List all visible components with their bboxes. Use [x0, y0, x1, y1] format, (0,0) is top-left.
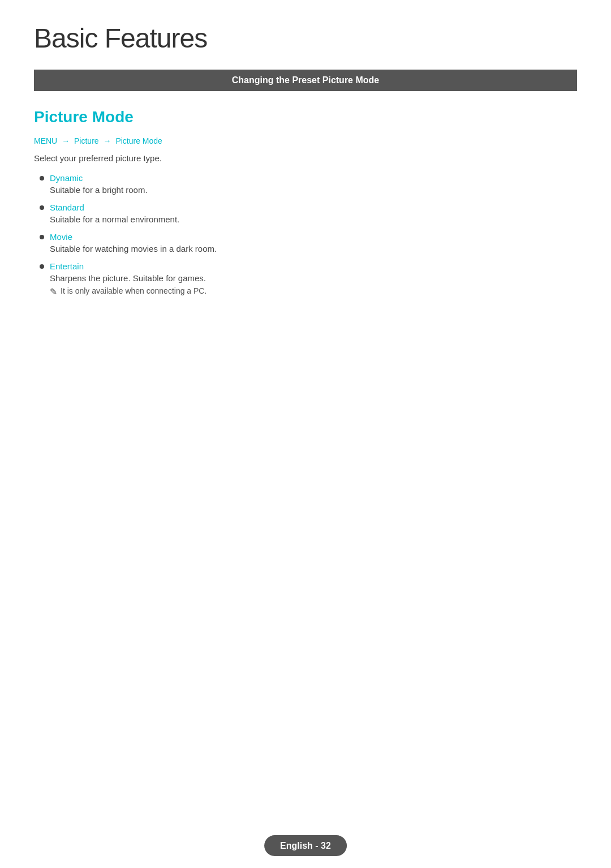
section-title: Picture Mode — [34, 108, 577, 126]
bullet-icon — [40, 205, 44, 210]
list-item-header: Dynamic — [40, 173, 577, 183]
breadcrumb-mode: Picture Mode — [115, 136, 162, 145]
list-item-desc: Suitable for a bright room. — [50, 185, 577, 195]
breadcrumb-menu: MENU — [34, 136, 57, 145]
page-number-badge: English - 32 — [264, 835, 347, 856]
page-title: Basic Features — [34, 23, 577, 54]
list-item-label: Entertain — [50, 261, 84, 271]
note-text: It is only available when connecting a P… — [61, 286, 206, 295]
breadcrumb-picture: Picture — [74, 136, 99, 145]
list-item-desc: Sharpens the picture. Suitable for games… — [50, 273, 577, 283]
list-item-label: Standard — [50, 203, 84, 212]
list-item-desc: Suitable for a normal environment. — [50, 214, 577, 224]
section-header: Changing the Preset Picture Mode — [34, 70, 577, 91]
breadcrumb-arrow-2: → — [103, 136, 111, 145]
bullet-icon — [40, 264, 44, 269]
list-item-desc: Suitable for watching movies in a dark r… — [50, 244, 577, 253]
list-item-header: Entertain — [40, 261, 577, 271]
page-container: Basic Features Changing the Preset Pictu… — [0, 0, 611, 350]
list-item: Entertain Sharpens the picture. Suitable… — [40, 261, 577, 297]
list-item-label: Dynamic — [50, 173, 83, 183]
list-section: Dynamic Suitable for a bright room. Stan… — [34, 173, 577, 297]
list-item: Dynamic Suitable for a bright room. — [40, 173, 577, 195]
bullet-icon — [40, 235, 44, 239]
bullet-icon — [40, 176, 44, 181]
list-item: Standard Suitable for a normal environme… — [40, 203, 577, 224]
note-icon: ✎ — [50, 286, 57, 297]
list-item-header: Standard — [40, 203, 577, 212]
note-row: ✎ It is only available when connecting a… — [50, 286, 577, 297]
list-item: Movie Suitable for watching movies in a … — [40, 232, 577, 253]
page-footer: English - 32 — [264, 841, 347, 851]
list-item-label: Movie — [50, 232, 72, 242]
breadcrumb: MENU → Picture → Picture Mode — [34, 136, 577, 145]
intro-text: Select your preferred picture type. — [34, 153, 577, 163]
list-item-header: Movie — [40, 232, 577, 242]
breadcrumb-arrow-1: → — [62, 136, 70, 145]
